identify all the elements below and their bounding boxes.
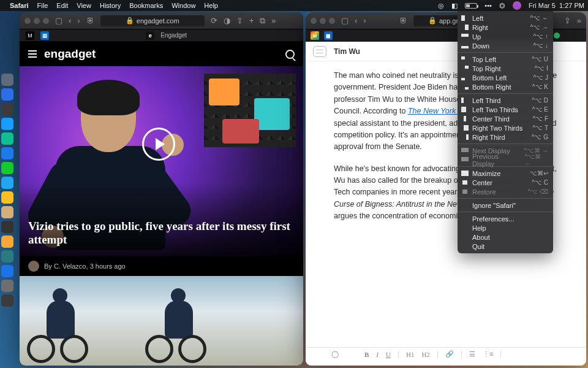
window-controls[interactable]: [24, 18, 49, 24]
rect-menu-item[interactable]: Center Third^⌥ F: [458, 114, 553, 123]
menu-edit[interactable]: Edit: [56, 2, 68, 9]
tab-pinned-2[interactable]: ▦: [40, 31, 49, 40]
menu-view[interactable]: View: [77, 2, 91, 9]
tab-label[interactable]: Engadget: [160, 32, 187, 39]
rect-menu-item[interactable]: Maximize⌥⌘↩: [458, 169, 553, 178]
dock-app-8[interactable]: [1, 191, 13, 204]
share-button[interactable]: ⇪: [236, 16, 243, 25]
tab-pinned-1[interactable]: M: [26, 31, 34, 40]
rectangle-menubar-icon[interactable]: ◧: [451, 2, 458, 10]
window-shape-icon: [461, 15, 469, 21]
back-button[interactable]: ‹: [355, 16, 357, 25]
rect-menu-item[interactable]: Top Left^⌥ U: [458, 55, 553, 64]
menu-help[interactable]: Help: [204, 2, 218, 9]
rect-menu-item[interactable]: Right^⌥ →: [458, 23, 553, 32]
safari-toolbar: ▢ ‹ › ⛨ 🔒engadget.com ⟳ ◑ ⇪ + ⧉ »: [20, 12, 303, 29]
italic-button[interactable]: I: [376, 351, 379, 358]
author-name[interactable]: C. Velazco: [54, 263, 86, 270]
dock-app-6[interactable]: [1, 162, 13, 174]
rect-menu-item[interactable]: Top Right^⌥ I: [458, 64, 553, 73]
dock-app-5[interactable]: [1, 147, 13, 159]
siri-icon[interactable]: [513, 1, 521, 10]
dock-app-0[interactable]: [1, 74, 13, 86]
rect-menu-item[interactable]: Down^⌥ ↓: [458, 41, 553, 50]
overflow-icon[interactable]: •••: [484, 2, 492, 9]
dock-app-9[interactable]: [1, 206, 13, 218]
new-tab-button[interactable]: +: [249, 16, 254, 25]
clock-date[interactable]: Fri Mar 5 1:27 PM: [529, 2, 584, 9]
menu-item-label: Bottom Left: [472, 74, 507, 82]
rect-menu-item[interactable]: Right Two Thirds^⌥ T: [458, 123, 553, 132]
hamburger-icon[interactable]: [28, 50, 37, 58]
reload-button[interactable]: ⟳: [211, 16, 217, 25]
reader-icon[interactable]: ◑: [224, 16, 230, 25]
hero-article[interactable]: Vizio tries to go public, five years aft…: [20, 66, 303, 256]
dock-app-12[interactable]: [1, 250, 13, 263]
rect-menu-item[interactable]: Left Third^⌥ D: [458, 96, 553, 105]
numbered-list-icon[interactable]: ☰: [469, 350, 475, 358]
tab-pinned-trello[interactable]: ▦: [324, 31, 333, 40]
attach-icon[interactable]: ◯: [331, 350, 339, 358]
dock-app-11[interactable]: [1, 236, 13, 248]
dock-app-13[interactable]: [1, 265, 13, 277]
bold-button[interactable]: B: [364, 351, 369, 358]
doc-title[interactable]: Tim Wu: [334, 47, 360, 56]
search-icon[interactable]: [285, 50, 295, 59]
overflow-button[interactable]: »: [271, 16, 276, 25]
tabs-button[interactable]: ⧉: [260, 16, 265, 26]
play-button-icon[interactable]: [142, 128, 175, 161]
sidebar-icon[interactable]: ▢: [55, 16, 62, 25]
site-logo[interactable]: engadget: [44, 47, 96, 61]
tab-pinned-gmail[interactable]: M: [311, 31, 319, 40]
sidebar-toggle-icon[interactable]: [313, 46, 326, 57]
rect-menu-item[interactable]: About: [458, 232, 553, 242]
rect-menu-item[interactable]: Left Two Thirds^⌥ E: [458, 105, 553, 114]
dock-app-7[interactable]: [1, 177, 13, 189]
rect-menu-item[interactable]: Left^⌥ ←: [458, 13, 553, 23]
underline-button[interactable]: U: [386, 351, 391, 358]
shortcut-label: ^⌥ K: [532, 83, 548, 90]
rect-menu-item[interactable]: Quit: [458, 242, 553, 251]
menu-window[interactable]: Window: [172, 2, 195, 9]
shortcut-label: ^⌥ G: [532, 134, 548, 140]
dock-app-10[interactable]: [1, 221, 13, 233]
bulleted-list-icon[interactable]: ⋮≡: [483, 350, 493, 358]
dock-app-4[interactable]: [1, 132, 13, 145]
privacy-icon[interactable]: ⛨: [86, 16, 94, 25]
menu-file[interactable]: File: [37, 2, 48, 9]
forward-button[interactable]: ›: [77, 16, 80, 25]
h2-button[interactable]: H2: [421, 351, 429, 358]
rect-menu-item[interactable]: Preferences...: [458, 214, 553, 223]
share-button[interactable]: ⇪: [564, 16, 571, 25]
dock-app-14[interactable]: [1, 280, 13, 292]
dock-app-2[interactable]: [1, 103, 13, 115]
status-icon[interactable]: ◎: [438, 2, 444, 10]
dock-app-3[interactable]: [1, 118, 13, 130]
rect-menu-item[interactable]: Bottom Right^⌥ K: [458, 82, 553, 91]
rect-menu-item[interactable]: Up^⌥ ↑: [458, 32, 553, 41]
rect-menu-item[interactable]: Help: [458, 223, 553, 232]
rect-menu-item[interactable]: Ignore "Safari": [458, 201, 553, 210]
back-button[interactable]: ‹: [69, 16, 71, 25]
overflow-button[interactable]: »: [577, 16, 581, 25]
rect-menu-item[interactable]: Bottom Left^⌥ J: [458, 73, 553, 82]
menu-history[interactable]: History: [100, 2, 121, 9]
battery-icon[interactable]: [465, 3, 477, 9]
link-icon[interactable]: 🔗: [445, 350, 454, 358]
control-center-icon[interactable]: ⏣: [499, 2, 505, 10]
sidebar-icon[interactable]: ▢: [341, 16, 349, 25]
privacy-icon[interactable]: ⛨: [399, 16, 407, 25]
dock-app-1[interactable]: [1, 88, 13, 101]
forward-button[interactable]: ›: [363, 16, 366, 25]
shortcut-label: ^⌥ I: [535, 65, 548, 72]
rect-menu-item[interactable]: Right Third^⌥ G: [458, 132, 553, 142]
h1-button[interactable]: H1: [406, 351, 414, 358]
menu-bookmarks[interactable]: Bookmarks: [129, 2, 163, 9]
app-menu[interactable]: Safari: [10, 2, 29, 9]
publish-time: 3 hours ago: [90, 263, 126, 270]
rect-menu-item[interactable]: Center^⌥ C: [458, 178, 553, 187]
window-controls[interactable]: [311, 18, 335, 24]
dock-app-15[interactable]: [1, 294, 13, 307]
address-bar[interactable]: 🔒engadget.com: [100, 15, 205, 26]
second-article-image[interactable]: [20, 276, 303, 366]
